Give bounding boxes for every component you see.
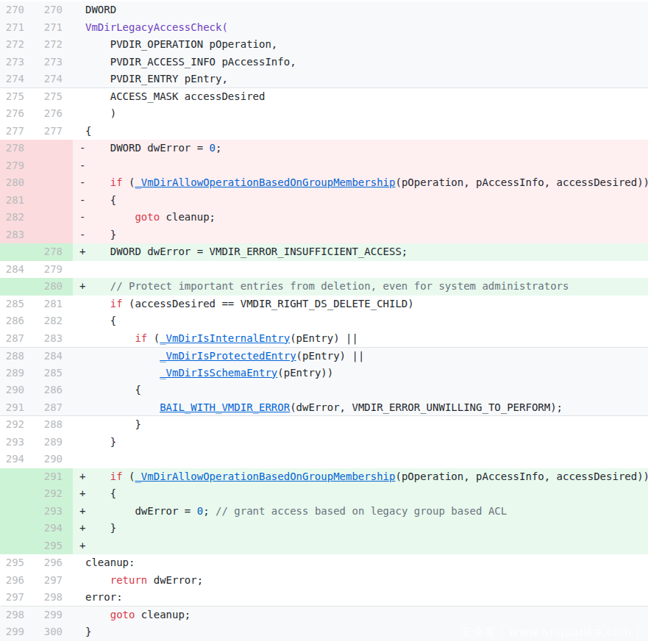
diff-row: 278- DWORD dwError = 0; — [0, 140, 648, 157]
new-line-number[interactable]: 292 — [37, 485, 73, 503]
old-line-number[interactable]: 298 — [0, 607, 37, 624]
old-line-number[interactable]: 293 — [0, 434, 37, 451]
new-line-number[interactable]: 290 — [37, 451, 73, 468]
new-line-number[interactable]: 294 — [37, 520, 73, 537]
old-line-number[interactable]: 292 — [0, 416, 37, 434]
old-line-number[interactable]: 297 — [0, 589, 37, 606]
code-text — [85, 211, 135, 223]
new-line-number[interactable]: 296 — [37, 554, 73, 572]
diff-viewer: 270270DWORD271271VmDirLegacyAccessCheck(… — [0, 0, 648, 644]
code-text: { — [85, 125, 91, 137]
new-line-number[interactable]: 275 — [37, 88, 73, 106]
old-line-number[interactable]: 281 — [0, 192, 37, 210]
code-cell: PVDIR_ACCESS_INFO pAccessInfo, — [73, 54, 648, 71]
old-line-number[interactable] — [0, 503, 37, 520]
old-line-number[interactable]: 273 — [0, 54, 37, 71]
old-line-number[interactable]: 296 — [0, 572, 37, 590]
function-link[interactable]: BAIL_WITH_VMDIR_ERROR — [160, 401, 290, 413]
old-line-number[interactable] — [0, 278, 37, 296]
new-line-number[interactable] — [37, 226, 73, 244]
old-line-number[interactable] — [0, 537, 37, 555]
old-line-number[interactable] — [0, 485, 37, 503]
old-line-number[interactable]: 284 — [0, 261, 37, 279]
code-text: } — [85, 418, 141, 430]
new-line-number[interactable]: 272 — [37, 36, 73, 54]
new-line-number[interactable]: 270 — [37, 1, 73, 19]
code-text: { — [85, 384, 141, 396]
old-line-number[interactable]: 279 — [0, 157, 37, 175]
new-line-number[interactable]: 289 — [37, 434, 73, 451]
code-cell: } — [73, 434, 648, 451]
new-line-number[interactable]: 300 — [37, 623, 73, 641]
new-line-number[interactable] — [37, 209, 73, 226]
diff-row: 273273 PVDIR_ACCESS_INFO pAccessInfo, — [0, 54, 648, 71]
code-text: (pEntry)) — [277, 367, 333, 379]
old-line-number[interactable]: 275 — [0, 88, 37, 106]
code-cell: cleanup: — [73, 554, 648, 572]
code-cell: + } — [73, 520, 648, 537]
new-line-number[interactable]: 273 — [37, 54, 73, 71]
new-line-number[interactable]: 274 — [37, 71, 73, 87]
old-line-number[interactable]: 280 — [0, 174, 37, 192]
old-line-number[interactable]: 289 — [0, 365, 37, 382]
function-link[interactable]: _VmDirIsProtectedEntry — [160, 350, 296, 362]
function-link[interactable]: _VmDirIsInternalEntry — [160, 332, 290, 344]
old-line-number[interactable]: 295 — [0, 554, 37, 572]
diff-marker: - — [73, 140, 85, 157]
old-line-number[interactable]: 276 — [0, 105, 37, 123]
new-line-number[interactable] — [37, 157, 73, 175]
new-line-number[interactable]: 293 — [37, 503, 73, 520]
diff-rows: 270270DWORD271271VmDirLegacyAccessCheck(… — [0, 1, 648, 641]
function-link[interactable]: _VmDirAllowOperationBasedOnGroupMembersh… — [135, 471, 395, 482]
new-line-number[interactable]: 298 — [37, 589, 73, 606]
old-line-number[interactable]: 271 — [0, 19, 37, 37]
code-text: ( — [123, 176, 135, 188]
old-line-number[interactable]: 283 — [0, 226, 37, 244]
new-line-number[interactable] — [37, 174, 73, 192]
new-line-number[interactable]: 288 — [37, 416, 73, 434]
new-line-number[interactable]: 297 — [37, 572, 73, 590]
diff-row: 281- { — [0, 192, 648, 210]
new-line-number[interactable]: 284 — [37, 348, 73, 365]
code-cell: { — [73, 382, 648, 399]
old-line-number[interactable]: 291 — [0, 399, 37, 416]
old-line-number[interactable]: 278 — [0, 140, 37, 157]
old-line-number[interactable]: 285 — [0, 296, 37, 313]
new-line-number[interactable]: 283 — [37, 330, 73, 348]
code-text — [85, 574, 110, 586]
new-line-number[interactable]: 276 — [37, 105, 73, 123]
function-link[interactable]: _VmDirIsSchemaEntry — [160, 367, 277, 379]
new-line-number[interactable]: 279 — [37, 261, 73, 279]
new-line-number[interactable]: 287 — [37, 399, 73, 416]
old-line-number[interactable]: 282 — [0, 209, 37, 226]
new-line-number[interactable]: 285 — [37, 365, 73, 382]
old-line-number[interactable]: 287 — [0, 330, 37, 348]
new-line-number[interactable]: 282 — [37, 312, 73, 330]
old-line-number[interactable]: 294 — [0, 451, 37, 468]
old-line-number[interactable]: 299 — [0, 623, 37, 641]
old-line-number[interactable] — [0, 243, 37, 261]
code-cell: - { — [73, 192, 648, 210]
new-line-number[interactable]: 299 — [37, 607, 73, 624]
old-line-number[interactable]: 272 — [0, 36, 37, 54]
old-line-number[interactable]: 270 — [0, 1, 37, 19]
new-line-number[interactable] — [37, 192, 73, 210]
new-line-number[interactable]: 277 — [37, 123, 73, 140]
old-line-number[interactable]: 290 — [0, 382, 37, 399]
function-link[interactable]: _VmDirAllowOperationBasedOnGroupMembersh… — [135, 176, 395, 188]
old-line-number[interactable] — [0, 520, 37, 537]
old-line-number[interactable] — [0, 468, 37, 486]
new-line-number[interactable]: 291 — [37, 468, 73, 486]
old-line-number[interactable]: 277 — [0, 123, 37, 140]
old-line-number[interactable]: 286 — [0, 312, 37, 330]
new-line-number[interactable]: 280 — [37, 278, 73, 296]
old-line-number[interactable]: 274 — [0, 71, 37, 87]
old-line-number[interactable]: 288 — [0, 348, 37, 365]
new-line-number[interactable]: 295 — [37, 537, 73, 555]
diff-row: 291287 BAIL_WITH_VMDIR_ERROR(dwError, VM… — [0, 399, 648, 417]
new-line-number[interactable]: 286 — [37, 382, 73, 399]
new-line-number[interactable] — [37, 140, 73, 157]
new-line-number[interactable]: 278 — [37, 243, 73, 261]
new-line-number[interactable]: 281 — [37, 296, 73, 313]
new-line-number[interactable]: 271 — [37, 19, 73, 37]
